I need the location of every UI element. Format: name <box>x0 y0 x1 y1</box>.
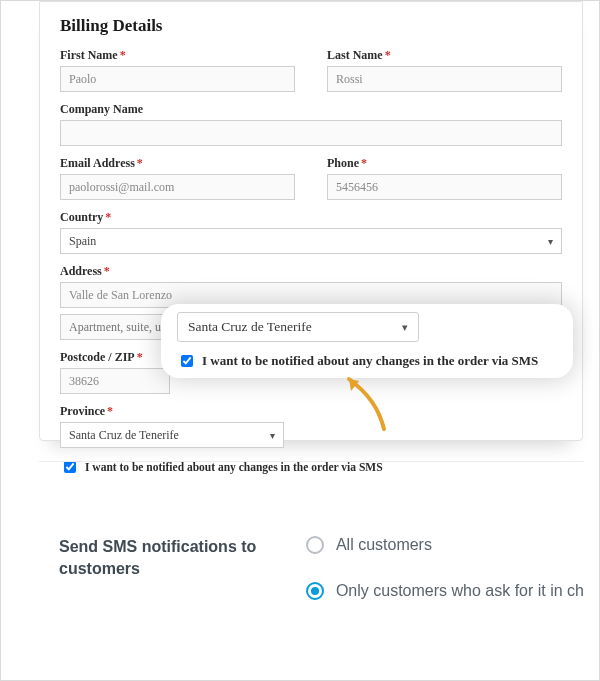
email-field: Email Address* <box>60 156 295 200</box>
radio-all-customers[interactable]: All customers <box>306 536 584 554</box>
postcode-label: Postcode / ZIP* <box>60 350 170 365</box>
phone-label: Phone* <box>327 156 562 171</box>
sms-settings-heading: Send SMS notifications to customers <box>59 536 306 661</box>
email-label: Email Address* <box>60 156 295 171</box>
last-name-input[interactable] <box>327 66 562 92</box>
country-select[interactable]: Spain ▾ <box>60 228 562 254</box>
email-input[interactable] <box>60 174 295 200</box>
sms-settings-options: All customers Only customers who ask for… <box>306 536 584 661</box>
first-name-field: First Name* <box>60 48 295 92</box>
postcode-input[interactable] <box>60 368 170 394</box>
first-name-label: First Name* <box>60 48 295 63</box>
address-label: Address* <box>60 264 562 279</box>
radio-all-label: All customers <box>336 536 432 554</box>
phone-field: Phone* <box>327 156 562 200</box>
callout-province-select[interactable]: Santa Cruz de Tenerife ▾ <box>177 312 419 342</box>
company-input[interactable] <box>60 120 562 146</box>
chevron-down-icon: ▾ <box>270 430 275 441</box>
radio-icon <box>306 536 324 554</box>
country-label: Country* <box>60 210 562 225</box>
radio-icon <box>306 582 324 600</box>
country-field: Country* Spain ▾ <box>60 210 562 254</box>
chevron-down-icon: ▾ <box>548 236 553 247</box>
callout-popover: Santa Cruz de Tenerife ▾ I want to be no… <box>161 304 573 378</box>
last-name-field: Last Name* <box>327 48 562 92</box>
company-field: Company Name <box>60 102 562 146</box>
last-name-label: Last Name* <box>327 48 562 63</box>
chevron-down-icon: ▾ <box>402 321 408 334</box>
address-field: Address* <box>60 264 562 308</box>
province-label: Province* <box>60 404 284 419</box>
callout-sms-optin-row[interactable]: I want to be notified about any changes … <box>177 352 557 370</box>
province-select[interactable]: Santa Cruz de Tenerife ▾ <box>60 422 284 448</box>
sms-settings-panel: Send SMS notifications to customers All … <box>39 461 584 661</box>
company-label: Company Name <box>60 102 562 117</box>
radio-optin-customers[interactable]: Only customers who ask for it in ch <box>306 582 584 600</box>
callout-sms-optin-checkbox[interactable] <box>181 355 193 367</box>
phone-input[interactable] <box>327 174 562 200</box>
callout-sms-optin-label: I want to be notified about any changes … <box>202 353 538 369</box>
radio-optin-label: Only customers who ask for it in ch <box>336 582 584 600</box>
province-field: Province* Santa Cruz de Tenerife ▾ <box>60 404 284 448</box>
first-name-input[interactable] <box>60 66 295 92</box>
billing-title: Billing Details <box>60 16 562 36</box>
postcode-field: Postcode / ZIP* <box>60 350 170 394</box>
